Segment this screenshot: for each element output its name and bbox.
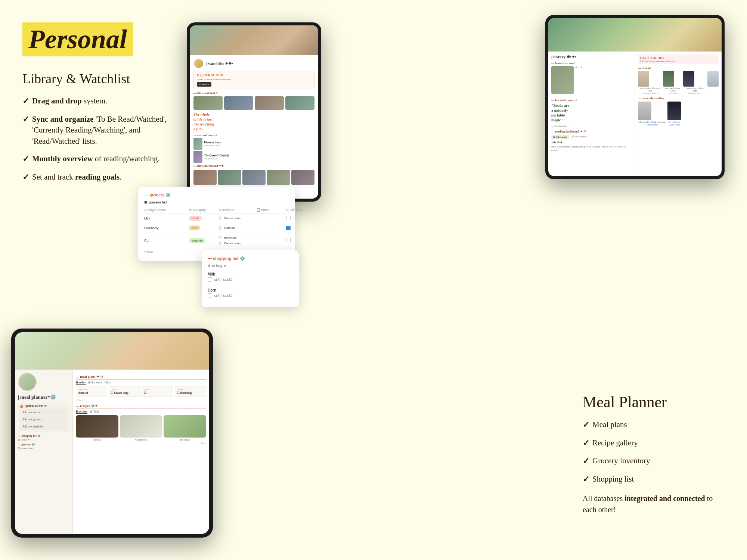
shopping-card-title-bar: — shopping list ⚙️ [208, 256, 293, 261]
movie-thumb-4 [285, 96, 314, 110]
meal-plan-tabs: ⊞ today ⊞ this week Table [76, 381, 206, 385]
add-recipe-btn[interactable]: Add new recipe [20, 409, 67, 416]
library-reading-month: July 2024 [551, 140, 632, 144]
stock-milk [286, 216, 309, 221]
header-notes: 📋 notes [256, 208, 286, 212]
meal-planner-features: Meal Planner ✓ Meal plans ✓ Recipe galle… [583, 393, 725, 515]
book-to-read-4 [707, 71, 719, 94]
checkmark-4: ✓ [22, 172, 29, 183]
recipe-cream-soup: 📄 Cream soup [219, 215, 256, 221]
milk-stock-checkbox[interactable] [208, 277, 212, 282]
meal-checkmark-3: ✓ [583, 455, 589, 467]
meal-header [15, 332, 209, 370]
grocery-row-blueberry: Blueberry fruit 📄 Oatmeal ✓ [144, 223, 289, 233]
library-page-title: | library ✵•✦• [551, 55, 632, 59]
book-thumb-2 [663, 71, 674, 87]
meal-feature-4: ✓ Shopping list [583, 474, 725, 485]
book-to-read-3: The Fantastic Life of Addie Private Scho… [683, 71, 706, 94]
movie-thumb-3 [255, 96, 284, 110]
bottom-thumb-4 [267, 170, 290, 185]
recipe-tab-table[interactable]: ⊞ Table [90, 410, 99, 414]
tab-today[interactable]: ⊞ today [76, 381, 86, 385]
grocery-table-header: Aα ingredients ⊕ category 🍽 recipes 📋 no… [144, 206, 289, 214]
meal-tablet: | meal planner*⚙️ QUICK BUTTON Add new r… [11, 329, 213, 538]
grocery-card-title-bar: — grocery ⚙️ [144, 193, 289, 197]
meal-body: | meal planner*⚙️ QUICK BUTTON Add new r… [15, 370, 209, 534]
book-thumb-3 [683, 71, 694, 87]
corn-stock-checkbox[interactable] [208, 293, 212, 298]
watchlist-currently-list: Blossom Lane Romance • 2022 The Queen's … [193, 138, 314, 163]
library-books-read-label: — books I've read [551, 62, 632, 65]
header-ingredients: Aα ingredients [144, 208, 189, 212]
recipe-thumb-oatmeal [76, 415, 118, 438]
meal-add-row[interactable]: + New [76, 399, 206, 402]
add-grocery-btn[interactable]: Add new grocery [20, 416, 67, 423]
recipe-oatmeal: 📄 Oatmeal [219, 225, 256, 231]
library-quote: "Books area uniquelyportablemagic." [551, 103, 632, 122]
meal-plan-row: Breakfast Oatmeal Lunch ☐ Cream soup Sna… [76, 386, 206, 396]
header-category: ⊕ category [189, 208, 219, 212]
feature-item-4: ✓ Set and track reading goals. [22, 172, 183, 183]
shopping-card-title: — shopping list ⚙️ [208, 256, 245, 261]
meal-sidebar-grocery-sub: ⊞ grocery list [18, 447, 69, 450]
meal-page-title: | meal planner*⚙️ [18, 394, 69, 400]
watchlist-qa-btn[interactable]: Done this [197, 82, 211, 87]
watchlist-tablet: | watchlist ✦✵• ⊞ QUICK ACTION add to a … [187, 22, 321, 202]
watchlist-qa-title: ⊞ QUICK ACTION [197, 74, 311, 77]
library-tablet: | library ✵•✦• — books I've read ⊞ 1 ▼ —… [545, 15, 725, 179]
meal-cell-snack: Snack ☐ [142, 386, 173, 396]
page-title: Personal [22, 22, 133, 56]
recipe-bibimbap: 📄 Bibimbap 📄 Cream soup [219, 235, 256, 246]
shopping-item-corn: Corn still in stock? [208, 285, 293, 301]
watchlist-curr-thumb-2 [193, 151, 202, 163]
feature-item-2: ✓ Sync and organize 'To Be Read/Watched'… [22, 114, 183, 147]
meal-feature-3: ✓ Grocery inventory [583, 455, 725, 467]
recipe-tabs: ⊞ recipes ⊞ Table [76, 410, 206, 414]
stock-corn [286, 238, 309, 243]
meal-header-art [15, 332, 209, 370]
current-book-1: A Good Girl's Guide to Murder Light Sett… [638, 102, 666, 126]
grocery-card-title: — grocery ⚙️ [144, 193, 171, 197]
grocery-row-milk: Milk drink 📄 Cream soup [144, 214, 289, 223]
meal-cell-dinner: Dinner ☐ Bibimbap [175, 386, 206, 396]
checkmark-2: ✓ [22, 114, 29, 125]
checkmark-1: ✓ [22, 96, 29, 107]
watchlist-quick-action: ⊞ QUICK ACTION add to a watch a films da… [193, 71, 314, 89]
grocery-row-corn: Corn veggies 📄 Bibimbap 📄 Cream soup [144, 233, 289, 248]
watchlist-body: | watchlist ✦✵• ⊞ QUICK ACTION add to a … [190, 55, 318, 188]
meal-sidebar-shopping-label: — shopping list ⚙️ [18, 434, 69, 438]
recipe-tab-recipes[interactable]: ⊞ recipes [76, 410, 87, 414]
library-read-content: ⊞ 1 ▼ [551, 66, 632, 96]
meal-checkmark-2: ✓ [583, 438, 589, 449]
watchlist-quote: The wholeof life is justlike watchinga f… [193, 112, 314, 131]
category-drink: drink [189, 216, 219, 221]
book-thumb-1 [638, 71, 649, 87]
meal-sidebar-avatar [18, 373, 37, 391]
meal-recipe-grid: Oatmeal Cream soup Bibimbap [76, 415, 206, 441]
meal-feature-2: ✓ Recipe gallery [583, 438, 725, 449]
watchlist-title-row: | watchlist ✦✵• [193, 58, 314, 69]
watchlist-qa-buttons: Done this [197, 82, 311, 87]
watchlist-screen: | watchlist ✦✵• ⊞ QUICK ACTION add to a … [190, 25, 318, 199]
meal-sidebar: | meal planner*⚙️ QUICK BUTTON Add new r… [15, 370, 73, 534]
watchlist-films-dashboard: — films dashboard ✦✵ [193, 164, 314, 168]
book-thumb-4 [707, 71, 719, 87]
watchlist-bottom-thumbs [193, 170, 314, 185]
library-header [548, 18, 722, 52]
add-meal-plan-btn[interactable]: Add new meal plan [20, 423, 67, 430]
watchlist-curr-thumb-1 [193, 138, 202, 150]
watchlist-curr-item-2: The Queen's Gambit Drama • 2020 [193, 151, 314, 163]
shopping-to-buy-label: ⊞ to buy ∨ [208, 264, 293, 268]
meal-cell-breakfast: Breakfast Oatmeal [76, 386, 107, 396]
library-currently-label: — currently reading [638, 97, 719, 100]
checkmark-3: ✓ [22, 153, 29, 165]
tab-table[interactable]: Table [104, 381, 111, 385]
library-currently-books: A Good Girl's Guide to Murder Light Sett… [638, 102, 719, 126]
meal-cell-lunch: Lunch ☐ Cream soup [109, 386, 140, 396]
feature-item-3: ✓ Monthly overview of reading/watching. [22, 153, 183, 165]
category-veggies: veggies [189, 238, 219, 243]
shopping-item-milk: Milk still in stock? [208, 269, 293, 285]
header-recipes: 🍽 recipes [219, 208, 256, 212]
quick-btn-dot [20, 405, 23, 408]
tab-this-week[interactable]: ⊞ this week [88, 381, 102, 385]
